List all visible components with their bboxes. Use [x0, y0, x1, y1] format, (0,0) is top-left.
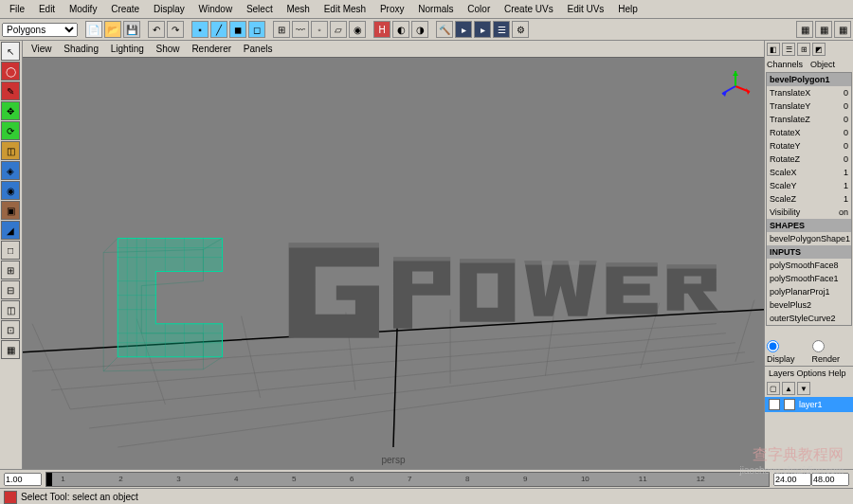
menu-help[interactable]: Help — [612, 2, 644, 16]
select-tool-icon[interactable]: ↖ — [1, 42, 20, 61]
script-icon[interactable] — [4, 491, 17, 504]
attr-value[interactable]: 0 — [844, 88, 848, 98]
layer-up-icon[interactable]: ▲ — [782, 382, 795, 395]
module-dropdown[interactable]: Polygons — [2, 23, 78, 37]
select-object-icon[interactable]: ◻ — [248, 21, 265, 38]
layout-three-icon[interactable]: ⊡ — [1, 320, 20, 339]
soft-mod-icon[interactable]: ◉ — [1, 181, 20, 200]
layer-icon[interactable]: ☰ — [782, 43, 795, 56]
layout-two-h-icon[interactable]: ⊟ — [1, 280, 20, 299]
tab-channels[interactable]: Channels — [767, 60, 803, 69]
attr-value[interactable]: 1 — [844, 194, 848, 204]
time-marker-icon[interactable] — [46, 473, 52, 486]
select-face-icon[interactable]: ◼ — [229, 21, 246, 38]
input-node[interactable]: polySmoothFace8 — [767, 259, 851, 272]
snap-curve-icon[interactable]: 〰 — [292, 21, 309, 38]
select-edge-icon[interactable]: ╱ — [210, 21, 227, 38]
layer-type-icon[interactable] — [784, 399, 795, 410]
layout-two-v-icon[interactable]: ◫ — [1, 300, 20, 319]
panel-icon-1[interactable]: ▦ — [796, 21, 813, 38]
snap-live-icon[interactable]: ◉ — [349, 21, 366, 38]
redo-icon[interactable]: ↷ — [167, 21, 184, 38]
input-node[interactable]: polyPlanarProj1 — [767, 285, 851, 298]
attr-value[interactable]: 1 — [844, 168, 848, 177]
history-icon[interactable]: H — [373, 21, 390, 38]
lasso-tool-icon[interactable]: ◯ — [1, 62, 20, 81]
select-vertex-icon[interactable]: ▪ — [191, 21, 209, 38]
channel-icon[interactable]: ◧ — [767, 43, 780, 56]
construction-history-icon[interactable]: 🔨 — [436, 21, 453, 38]
menu-window[interactable]: Window — [193, 2, 239, 16]
vp-menu-shading[interactable]: Shading — [59, 43, 103, 55]
layout-four-icon[interactable]: ⊞ — [1, 261, 20, 279]
snap-plane-icon[interactable]: ▱ — [330, 21, 347, 38]
menu-display[interactable]: Display — [148, 2, 191, 16]
attr-value[interactable]: 0 — [844, 115, 848, 124]
menu-modify[interactable]: Modify — [64, 2, 102, 16]
axis-gizmo-icon[interactable] — [717, 67, 754, 105]
panel-icon-2[interactable]: ▦ — [815, 21, 832, 38]
menu-edit-uvs[interactable]: Edit UVs — [561, 2, 609, 16]
menu-normals[interactable]: Normals — [412, 2, 459, 16]
time-end-field[interactable] — [773, 473, 811, 486]
attr-value[interactable]: on — [839, 207, 848, 217]
menu-edit-mesh[interactable]: Edit Mesh — [318, 2, 372, 16]
vp-menu-view[interactable]: View — [27, 43, 57, 55]
vp-menu-renderer[interactable]: Renderer — [187, 43, 236, 55]
layers-menu-layers[interactable]: Layers — [769, 369, 794, 378]
attr-icon[interactable]: ⊞ — [797, 43, 810, 56]
snap-point-icon[interactable]: ◦ — [311, 21, 328, 38]
attr-value[interactable]: 0 — [844, 154, 848, 164]
paint-select-icon[interactable]: ✎ — [1, 81, 20, 100]
layer-visibility-icon[interactable] — [769, 399, 780, 410]
menu-create-uvs[interactable]: Create UVs — [499, 2, 559, 16]
panel-icon-3[interactable]: ▦ — [834, 21, 851, 38]
show-manip-icon[interactable]: ▣ — [1, 201, 20, 220]
manipulator-icon[interactable]: ◈ — [1, 161, 20, 180]
tab-object[interactable]: Object — [810, 60, 835, 69]
menu-select[interactable]: Select — [241, 2, 279, 16]
layer-row[interactable]: layer1 — [765, 397, 853, 412]
input-node[interactable]: outerStyleCurve2 — [767, 312, 851, 325]
vp-menu-lighting[interactable]: Lighting — [106, 43, 149, 55]
menu-create[interactable]: Create — [105, 2, 145, 16]
output-icon[interactable]: ◑ — [411, 21, 428, 38]
tool-icon[interactable]: ◩ — [812, 43, 826, 56]
time-start-field[interactable] — [4, 473, 42, 486]
menu-proxy[interactable]: Proxy — [374, 2, 410, 16]
layers-menu-options[interactable]: Options — [797, 369, 826, 378]
layout-custom-icon[interactable]: ▦ — [1, 340, 20, 359]
layer-new-icon[interactable]: ▢ — [767, 382, 780, 395]
radio-display[interactable]: Display — [767, 340, 807, 364]
scale-tool-icon[interactable]: ◫ — [1, 141, 20, 160]
object-name-field[interactable]: bevelPolygon1 — [767, 73, 851, 86]
menu-color[interactable]: Color — [462, 2, 496, 16]
shape-node[interactable]: bevelPolygonShape1 — [767, 232, 851, 245]
layer-name[interactable]: layer1 — [799, 400, 823, 409]
vp-menu-panels[interactable]: Panels — [239, 43, 278, 55]
last-tool-icon[interactable]: ◢ — [1, 221, 20, 240]
time-ruler[interactable]: 1 2 3 4 5 6 7 8 9 10 11 12 — [45, 472, 770, 487]
menu-edit[interactable]: Edit — [33, 2, 61, 16]
input-node[interactable]: bevelPlus2 — [767, 298, 851, 312]
input-node[interactable]: polySmoothFace1 — [767, 272, 851, 285]
layers-menu-help[interactable]: Help — [828, 369, 846, 378]
menu-file[interactable]: File — [4, 2, 30, 16]
radio-render[interactable]: Render — [812, 340, 852, 364]
attr-value[interactable]: 0 — [844, 141, 848, 151]
layer-down-icon[interactable]: ▼ — [797, 382, 810, 395]
layout-single-icon[interactable]: □ — [1, 241, 20, 260]
snap-grid-icon[interactable]: ⊞ — [273, 21, 290, 38]
attr-value[interactable]: 0 — [844, 101, 848, 111]
viewport-3d[interactable]: persp — [23, 58, 764, 469]
render-settings-icon[interactable]: ⚙ — [512, 21, 529, 38]
move-tool-icon[interactable]: ✥ — [1, 101, 20, 120]
vp-menu-show[interactable]: Show — [152, 43, 185, 55]
new-scene-icon[interactable]: 📄 — [85, 21, 102, 38]
attr-value[interactable]: 1 — [844, 181, 848, 190]
undo-icon[interactable]: ↶ — [148, 21, 165, 38]
render-view-icon[interactable]: ☰ — [493, 21, 510, 38]
render-icon[interactable]: ▸ — [455, 21, 472, 38]
open-scene-icon[interactable]: 📂 — [104, 21, 121, 38]
input-icon[interactable]: ◐ — [392, 21, 409, 38]
